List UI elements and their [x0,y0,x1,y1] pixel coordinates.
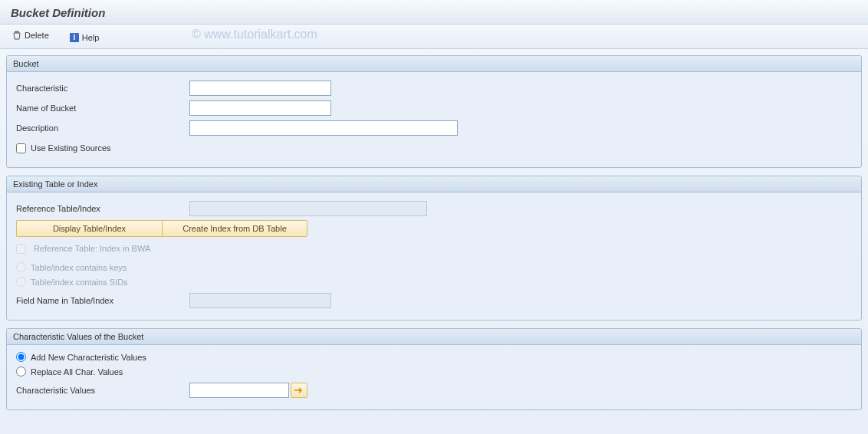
ref-bwa-label: Reference Table: Index in BWA [31,244,150,253]
group-existing-header: Existing Table or Index [7,176,861,192]
name-of-bucket-label: Name of Bucket [13,104,189,113]
content: Bucket Characteristic Name of Bucket Des… [0,49,868,424]
group-charvals-header: Characteristic Values of the Bucket [7,329,861,345]
contains-keys-label: Table/index contains keys [31,263,127,272]
help-label: Help [82,33,100,42]
add-new-radio[interactable] [16,352,26,362]
arrow-right-icon [294,386,304,394]
description-label: Description [13,123,189,133]
reference-table-label: Reference Table/Index [13,204,189,213]
ref-bwa-checkbox [16,244,26,254]
group-bucket-header: Bucket [7,56,861,72]
contains-sids-label: Table/index contains SIDs [31,278,128,287]
char-values-label: Characteristic Values [13,386,189,395]
trash-icon [12,31,21,40]
field-name-input [189,293,331,308]
page-title: Bucket Definition [0,0,868,25]
delete-button[interactable]: Delete [8,29,54,41]
group-existing: Existing Table or Index Reference Table/… [6,176,862,321]
multiple-selection-button[interactable] [291,383,307,398]
description-input[interactable] [189,120,458,136]
reference-table-input [189,201,427,216]
toolbar: Delete i Help © www.tutorialkart.com [0,25,868,49]
characteristic-input[interactable] [189,81,331,96]
use-existing-label: Use Existing Sources [31,143,111,153]
replace-all-radio[interactable] [16,367,26,376]
characteristic-label: Characteristic [13,84,189,93]
help-button[interactable]: i Help [65,31,104,44]
delete-label: Delete [25,31,49,40]
name-of-bucket-input[interactable] [189,100,331,116]
char-values-input[interactable] [189,383,289,398]
add-new-label: Add New Characteristic Values [31,353,146,362]
use-existing-checkbox[interactable] [16,143,26,153]
help-icon: i [70,33,79,42]
watermark: © www.tutorialkart.com [192,28,317,41]
replace-all-label: Replace All Char. Values [31,367,123,376]
display-table-button[interactable]: Display Table/Index [16,220,162,237]
contains-sids-radio [16,277,26,287]
group-bucket: Bucket Characteristic Name of Bucket Des… [6,55,862,168]
group-charvals: Characteristic Values of the Bucket Add … [6,328,862,410]
contains-keys-radio [16,262,26,272]
create-index-button[interactable]: Create Index from DB Table [162,220,307,237]
field-name-label: Field Name in Table/Index [13,296,189,305]
